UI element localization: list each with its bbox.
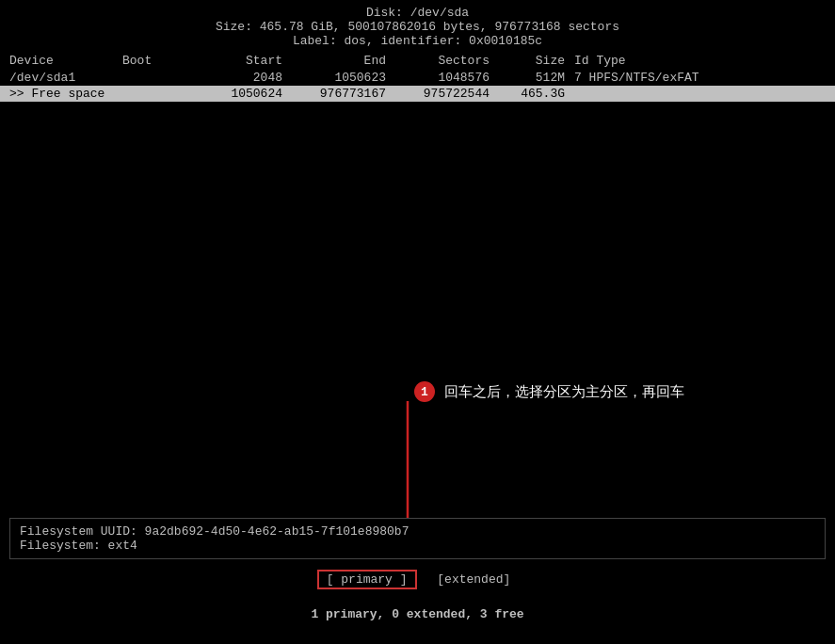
free-start: 1050624 [198,87,301,101]
annotation: 1 回车之后，选择分区为主分区，再回车 [414,381,684,402]
partition-row-free[interactable]: >> Free space 1050624 976773167 97572254… [0,86,835,102]
filesystem-type: Filesystem: ext4 [20,539,815,553]
disk-size-line: Size: 465.78 GiB, 500107862016 bytes, 97… [0,20,835,34]
sda1-boot [122,71,198,85]
free-size: 465.3G [508,87,574,101]
annotation-number: 1 [414,381,435,402]
extended-button[interactable]: [extended] [429,572,518,588]
free-device: >> Free space [9,87,122,101]
partition-row-sda1[interactable]: /dev/sda1 2048 1050623 1048576 512M 7 HP… [0,70,835,86]
col-header-end: End [301,54,405,68]
disk-title: Disk: /dev/sda [0,6,835,20]
free-end: 976773167 [301,87,405,101]
summary-text: 1 primary, 0 extended, 3 free [311,607,523,621]
bottom-info-box: Filesystem UUID: 9a2db692-4d50-4e62-ab15… [9,518,826,559]
primary-button[interactable]: [ primary ] [317,570,417,589]
col-header-idtype: Id Type [574,54,744,68]
free-idtype [574,87,744,101]
annotation-text: 回车之后，选择分区为主分区，再回车 [444,383,684,401]
sda1-size: 512M [508,71,574,85]
free-boot [122,87,198,101]
sda1-device: /dev/sda1 [9,71,122,85]
terminal-screen: Disk: /dev/sda Size: 465.78 GiB, 5001078… [0,0,835,644]
col-header-boot: Boot [122,54,198,68]
col-header-size: Size [508,54,574,68]
col-header-device: Device [9,54,122,68]
summary-row: 1 primary, 0 extended, 3 free [0,607,835,621]
sda1-end: 1050623 [301,71,405,85]
partition-type-row: [ primary ] [extended] [0,570,835,589]
disk-label-line: Label: dos, identifier: 0x0010185c [0,34,835,48]
col-header-sectors: Sectors [405,54,508,68]
free-sectors: 975722544 [405,87,508,101]
sda1-start: 2048 [198,71,301,85]
table-header: Device Boot Start End Sectors Size Id Ty… [0,52,835,70]
col-header-start: Start [198,54,301,68]
filesystem-uuid: Filesystem UUID: 9a2db692-4d50-4e62-ab15… [20,524,815,539]
sda1-idtype: 7 HPFS/NTFS/exFAT [574,71,744,85]
disk-info: Disk: /dev/sda Size: 465.78 GiB, 5001078… [0,0,835,52]
sda1-sectors: 1048576 [405,71,508,85]
